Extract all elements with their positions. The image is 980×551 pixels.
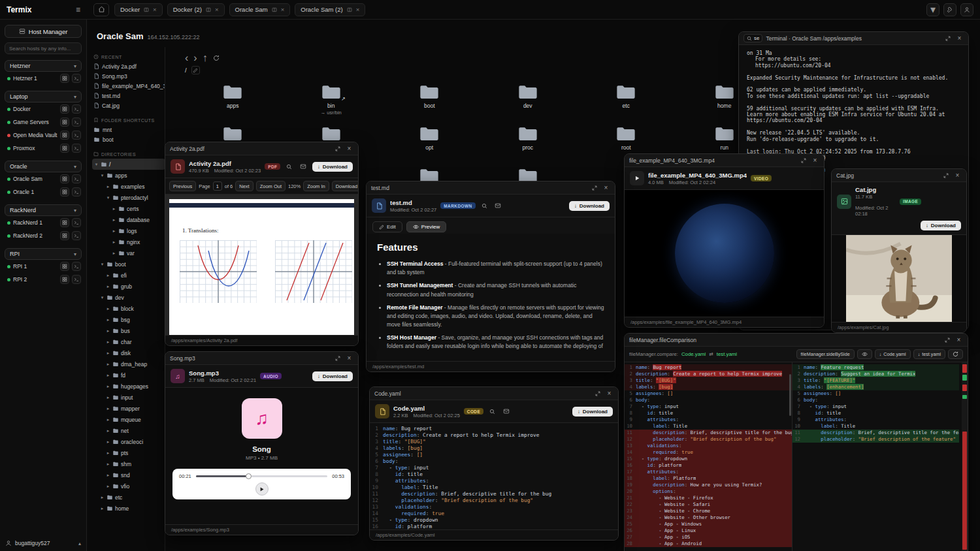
caret-icon[interactable]: ▾ [100, 173, 105, 178]
split-tab-icon[interactable] [144, 7, 149, 12]
host-terminal-button[interactable] [72, 74, 81, 83]
caret-icon[interactable]: ▸ [106, 306, 110, 311]
host-terminal-button[interactable] [72, 104, 81, 114]
caret-icon[interactable]: ▸ [106, 339, 110, 345]
host-terminal-button[interactable] [72, 262, 81, 271]
markdown-titlebar[interactable]: test.md × [367, 181, 615, 195]
close-tab-icon[interactable]: × [281, 6, 285, 13]
grid-folder-boot[interactable]: boot [380, 81, 479, 123]
audio-titlebar[interactable]: Song.mp3 × [165, 352, 358, 365]
group-header-oracle[interactable]: Oracle▾ [5, 161, 82, 172]
close-tab-icon[interactable]: × [215, 6, 219, 13]
group-header-racknerd[interactable]: RackNerd▾ [5, 204, 82, 216]
tree-item-apps[interactable]: ▾apps [92, 170, 165, 181]
home-tab-button[interactable] [93, 3, 109, 16]
tab-docker[interactable]: Docker× [114, 3, 163, 16]
tab-oracle-sam[interactable]: Oracle Sam× [229, 3, 291, 16]
tree-item-examples[interactable]: ▸examples [92, 181, 165, 192]
caret-icon[interactable]: ▸ [106, 384, 110, 389]
envelope-icon[interactable] [501, 407, 511, 417]
recent-item-test-md[interactable]: test.md [92, 91, 165, 101]
tree-item-mapper[interactable]: ▸mapper [92, 403, 165, 414]
host-terminal-button[interactable] [72, 231, 81, 240]
host-terminal-button[interactable] [72, 218, 81, 227]
caret-icon[interactable]: ▸ [106, 184, 110, 189]
host-terminal-button[interactable] [72, 174, 81, 183]
tree-item-etc[interactable]: ▸etc [92, 492, 165, 503]
diff-minimap[interactable] [962, 362, 968, 551]
tree-item-boot[interactable]: ▾boot [92, 259, 165, 270]
close-icon[interactable]: × [602, 183, 610, 192]
host-item-proxmox[interactable]: Proxmox [5, 142, 82, 155]
tab-docker-2[interactable]: Docker (2)× [167, 3, 225, 16]
caret-icon[interactable]: ▸ [106, 473, 110, 478]
host-apps-button[interactable] [60, 104, 69, 114]
swap-icon[interactable]: ⇄ [709, 351, 713, 357]
download-button[interactable]: ↓Download [569, 201, 610, 211]
grid-folder-opt[interactable]: opt [380, 123, 479, 165]
zoom-out-button[interactable]: Zoom Out [256, 181, 286, 191]
split-tab-icon[interactable] [206, 7, 211, 12]
tree-item-grub[interactable]: ▸grub [92, 281, 165, 292]
host-apps-button[interactable] [60, 187, 69, 197]
tree-item-certs[interactable]: ▸certs [92, 203, 165, 214]
diff-body[interactable]: 1name: Bug report2description: Create a … [625, 362, 968, 551]
group-header-rpi[interactable]: RPI▾ [5, 248, 82, 260]
close-icon[interactable]: × [605, 389, 613, 398]
close-icon[interactable]: × [345, 354, 353, 362]
search-icon[interactable] [487, 407, 497, 417]
play-button[interactable] [255, 482, 269, 496]
expand-icon[interactable] [943, 34, 952, 42]
close-icon[interactable]: × [955, 336, 963, 344]
pdf-download-button[interactable]: Download [332, 181, 358, 191]
tree-item-bsg[interactable]: ▸bsg [92, 314, 165, 325]
caret-icon[interactable]: ▸ [106, 395, 110, 400]
grid-folder-proc[interactable]: proc [479, 123, 578, 165]
caret-icon[interactable]: ▸ [106, 362, 110, 367]
wrench-icon[interactable] [943, 3, 956, 16]
caret-icon[interactable]: ▸ [106, 439, 110, 445]
tree-item-root[interactable]: ▾/ [92, 159, 165, 170]
caret-icon[interactable]: ▸ [106, 351, 110, 356]
terminal-search[interactable]: se [743, 34, 762, 42]
refresh-button[interactable] [213, 55, 220, 61]
download-button[interactable]: ↓Download [312, 162, 353, 172]
expand-icon[interactable] [590, 183, 598, 192]
tree-item-net[interactable]: ▸net [92, 425, 165, 436]
host-apps-button[interactable] [60, 118, 69, 127]
caret-icon[interactable]: ▸ [106, 328, 110, 334]
tree-item-mqueue[interactable]: ▸mqueue [92, 414, 165, 425]
caret-icon[interactable]: ▸ [106, 273, 110, 278]
seek-slider[interactable] [196, 475, 327, 477]
host-apps-button[interactable] [60, 174, 69, 183]
refresh-compare-button[interactable] [948, 349, 963, 359]
host-apps-button[interactable] [60, 144, 69, 153]
tab-oracle-sam-2[interactable]: Oracle Sam (2)× [295, 3, 365, 16]
host-item-docker[interactable]: Docker [5, 102, 82, 116]
host-apps-button[interactable] [60, 131, 69, 140]
side-by-side-button[interactable]: fileManager.sideBySide [796, 349, 855, 359]
seek-thumb[interactable] [246, 473, 252, 479]
next-page-button[interactable]: Next [235, 181, 253, 191]
up-button[interactable]: ↑ [203, 52, 208, 64]
host-search-input[interactable] [5, 42, 82, 54]
tree-item-char[interactable]: ▸char [92, 336, 165, 347]
caret-icon[interactable]: ▸ [100, 495, 105, 500]
markdown-preview[interactable]: Features SSH Terminal Access - Full-feat… [367, 234, 615, 361]
preview-tab[interactable]: Preview [406, 221, 446, 232]
grid-folder-etc[interactable]: etc [577, 81, 676, 123]
group-header-laptop[interactable]: Laptop▾ [5, 91, 82, 102]
host-apps-button[interactable] [60, 262, 69, 271]
host-terminal-button[interactable] [72, 275, 81, 284]
recent-item-activity-2a-pdf[interactable]: Activity 2a.pdf [92, 61, 165, 71]
tree-item-database[interactable]: ▸database [92, 214, 165, 225]
tree-item-efi[interactable]: ▸efi [92, 270, 165, 281]
expand-icon[interactable] [333, 144, 342, 153]
back-button[interactable]: ‹ [185, 52, 188, 64]
recent-item-cat-jpg[interactable]: Cat.jpg [92, 101, 165, 110]
caret-icon[interactable]: ▾ [106, 195, 110, 200]
image-titlebar[interactable]: Cat.jpg × [832, 169, 966, 182]
recent-item-song-mp3[interactable]: Song.mp3 [92, 71, 165, 81]
forward-button[interactable]: › [193, 52, 197, 64]
tree-item-pts[interactable]: ▸pts [92, 447, 165, 458]
